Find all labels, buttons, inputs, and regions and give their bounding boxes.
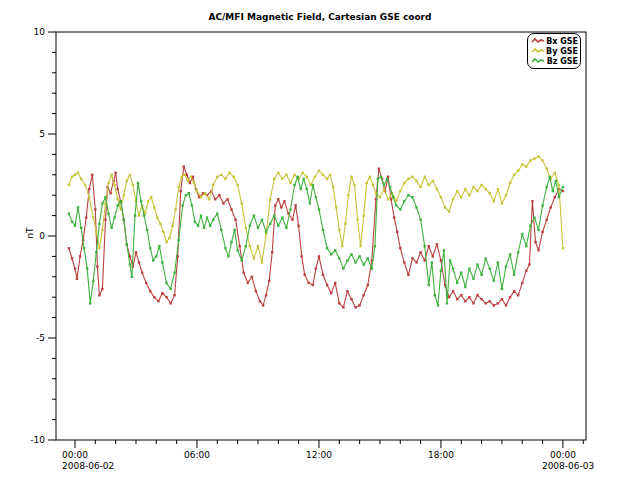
- plot-border: [56, 32, 586, 440]
- page-title: AC/MFI Magnetic Field, Cartesian GSE coo…: [0, 12, 640, 22]
- svg-text:5: 5: [39, 129, 45, 139]
- plot-window: AC/MFI Magnetic Field, Cartesian GSE coo…: [0, 0, 640, 480]
- svg-text:10: 10: [34, 27, 46, 37]
- series-by-gse: [68, 155, 564, 263]
- legend-label-by: By GSE: [546, 47, 578, 56]
- plot-area: 1050-5-1000:0006:0012:0018:0000:002008-0…: [0, 0, 640, 480]
- svg-text:06:00: 06:00: [184, 450, 210, 460]
- svg-text:00:00: 00:00: [550, 450, 576, 460]
- svg-text:00:00: 00:00: [62, 450, 88, 460]
- by-line-marker-icon: [531, 47, 544, 55]
- date-label-right: 2008-06-03: [542, 461, 594, 471]
- legend-label-bx: Bx GSE: [546, 37, 578, 46]
- legend-item-bz: Bz GSE: [531, 56, 578, 66]
- bx-line-marker-icon: [531, 37, 544, 45]
- x-axis-ticks: 00:0006:0012:0018:0000:00: [62, 440, 583, 460]
- y-axis-label: nT: [25, 227, 35, 238]
- legend-label-bz: Bz GSE: [547, 57, 578, 66]
- svg-text:-5: -5: [36, 333, 45, 343]
- legend-item-bx: Bx GSE: [531, 36, 578, 46]
- bz-line-marker-icon: [531, 57, 545, 65]
- svg-text:-10: -10: [30, 435, 45, 445]
- svg-text:18:00: 18:00: [428, 450, 454, 460]
- svg-text:12:00: 12:00: [306, 450, 332, 460]
- series-bx-gse: [68, 165, 564, 308]
- legend: Bx GSE By GSE Bz GSE: [527, 33, 581, 69]
- legend-item-by: By GSE: [531, 46, 578, 56]
- series-bz-gse: [68, 176, 564, 307]
- svg-text:0: 0: [39, 231, 45, 241]
- date-label-left: 2008-06-02: [62, 461, 114, 471]
